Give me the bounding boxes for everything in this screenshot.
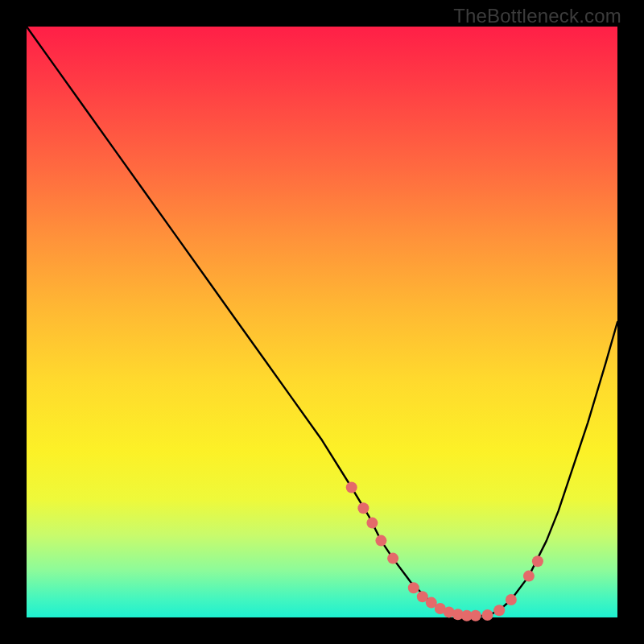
marker-point	[357, 502, 369, 514]
marker-point	[493, 605, 505, 616]
watermark-text: TheBottleneck.com	[453, 5, 621, 27]
chart-frame: TheBottleneck.com	[0, 0, 644, 644]
curve-layer	[27, 27, 617, 617]
marker-point	[375, 535, 386, 547]
marker-point	[523, 571, 535, 582]
marker-point	[366, 518, 378, 529]
marker-point	[532, 555, 543, 567]
bottleneck-curve	[27, 27, 617, 617]
plot-area	[27, 27, 617, 617]
marker-point	[346, 482, 357, 493]
marker-point	[482, 609, 493, 621]
marker-point	[470, 610, 481, 621]
marker-point	[506, 594, 517, 605]
marker-group	[346, 482, 543, 621]
marker-point	[408, 582, 419, 593]
marker-point	[387, 553, 398, 564]
